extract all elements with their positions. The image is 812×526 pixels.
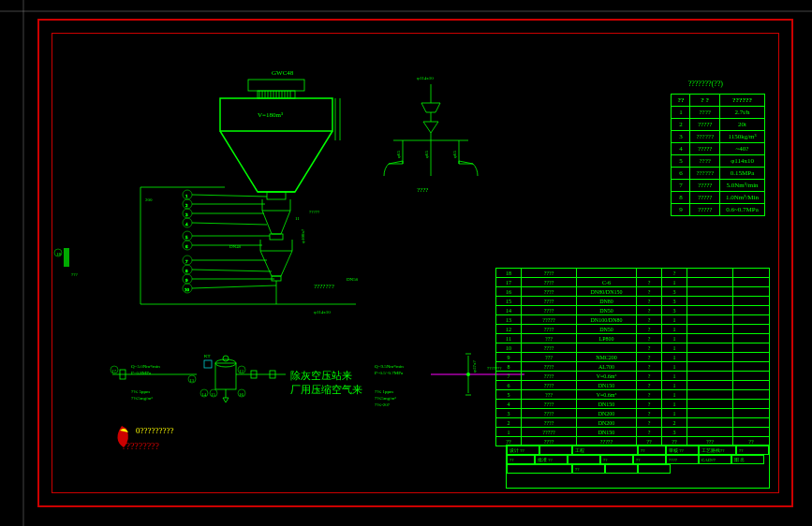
bom-row: 13?????DN100/DN80?1 <box>496 315 770 325</box>
svg-text:φ65: φ65 <box>424 151 429 158</box>
svg-point-91 <box>223 356 229 361</box>
cn-label-1: 除灰空压站来 <box>290 370 352 381</box>
param-row: 8?????1.0Nm³/Min <box>672 192 765 204</box>
bom-row: 7????V=0.6m³?1 <box>496 372 770 381</box>
titleblock-cell: ?? <box>600 455 633 464</box>
titleblock-cell: 工程 <box>572 446 638 455</box>
cad-canvas: 18 ??? GWC48 V=180m³ <box>0 0 812 526</box>
svg-line-62 <box>192 270 272 271</box>
param-row: 7?????5.0Nm³/min <box>672 180 765 192</box>
svg-point-115 <box>466 373 470 376</box>
bom-row: 6????DN150?1 <box>496 381 770 390</box>
svg-rect-87 <box>204 360 212 368</box>
svg-text:1: 1 <box>185 194 188 198</box>
bom-row: 11???LP800?1 <box>496 334 770 343</box>
titleblock-cell <box>638 464 671 474</box>
titleblock-cell: 审核 ?? <box>666 446 699 455</box>
svg-text:11: 11 <box>295 216 300 221</box>
bom-row: 12????DN50?1 <box>496 325 770 334</box>
svg-text:4: 4 <box>185 222 188 226</box>
titleblock-cell: ?? <box>507 455 535 464</box>
svg-text:?????: ????? <box>309 210 320 214</box>
titleblock-cell: ?? <box>736 446 769 455</box>
bom-row: 4????DN150?1 <box>496 400 770 409</box>
svg-text:??≤5mg/m³: ??≤5mg/m³ <box>375 396 396 401</box>
bom-row: 9???NMC200?1 <box>496 353 770 362</box>
titleblock-cell <box>539 446 572 455</box>
titleblock-cell <box>507 464 572 474</box>
svg-text:???????: ??????? <box>314 283 334 290</box>
titleblock-cell: 图 名 <box>731 455 764 464</box>
svg-text:??≤ 5ppm: ??≤ 5ppm <box>131 389 150 394</box>
svg-text:DN50: DN50 <box>347 277 359 282</box>
svg-text:KT: KT <box>204 354 211 358</box>
svg-text:18: 18 <box>56 252 62 256</box>
bom-row: 18????? <box>496 269 770 278</box>
param-header: ?????? <box>720 95 765 107</box>
param-row: 1????2.7t/h <box>672 107 765 119</box>
watermark-line1: 0????????? <box>136 426 173 435</box>
svg-text:15: 15 <box>211 392 216 397</box>
svg-text:P=0.8MPa: P=0.8MPa <box>131 371 152 375</box>
svg-text:8: 8 <box>185 269 188 273</box>
svg-text:6: 6 <box>185 244 188 249</box>
title-block: 设计 ??工程??审核 ??工艺路线??????批准 ??????????CAD… <box>506 445 770 489</box>
svg-text:??≤ 1ppm: ??≤ 1ppm <box>375 389 393 394</box>
titleblock-cell: 设计 ?? <box>507 446 539 455</box>
param-row: 6??????0.15MPa <box>672 168 765 180</box>
svg-text:???: ??? <box>71 272 78 277</box>
titleblock-cell: ?? <box>572 464 605 474</box>
titleblock-cell: ???? <box>666 455 699 464</box>
svg-text:??≤5mg/m³: ??≤5mg/m³ <box>131 396 153 401</box>
svg-text:12: 12 <box>239 369 244 373</box>
svg-text:Q=5.0Nm³/min: Q=5.0Nm³/min <box>131 364 160 369</box>
param-header: ? ? <box>690 95 720 107</box>
svg-text:2: 2 <box>185 203 188 208</box>
param-header: ?? <box>672 95 690 107</box>
svg-text:7: 7 <box>185 259 188 264</box>
svg-text:φ57x?: φ57x? <box>472 360 477 373</box>
bom-row: 10?????1 <box>496 343 770 353</box>
cn-label-2: 厂用压缩空气来 <box>290 384 362 395</box>
bom-row: 1?????DN150?3 <box>496 428 770 437</box>
svg-text:φ114x10: φ114x10 <box>417 76 434 80</box>
param-row: 9?????0.6~0.7MPa <box>672 204 765 216</box>
bom-row: 14????DN50?3 <box>496 306 770 315</box>
bom-row: 2????DN200?2 <box>496 418 770 428</box>
svg-text:φ108x?: φ108x? <box>301 228 305 243</box>
svg-line-64 <box>192 285 276 288</box>
silo-model: GWC48 <box>272 69 294 77</box>
svg-rect-26 <box>272 276 281 281</box>
svg-text:9: 9 <box>185 278 188 283</box>
titleblock-cell: ?? <box>638 446 666 455</box>
svg-rect-2 <box>64 248 69 267</box>
svg-text:3: 3 <box>185 212 188 217</box>
svg-rect-25 <box>270 234 283 240</box>
svg-text:??≤-20?: ??≤-20? <box>375 402 391 407</box>
svg-rect-24 <box>267 192 286 199</box>
bom-row: 15????DN80?3 <box>496 297 770 306</box>
titleblock-cell: 工艺路线?? <box>699 446 736 455</box>
svg-text:DN40: DN40 <box>229 244 242 249</box>
parameter-table: ??? ??????? 1????2.7t/h2?????20t3??????1… <box>671 94 765 216</box>
svg-text:13: 13 <box>189 378 195 383</box>
svg-text:10: 10 <box>185 287 190 292</box>
svg-text:φ114x10: φ114x10 <box>314 310 331 314</box>
svg-text:φ65: φ65 <box>452 151 457 158</box>
svg-text:17: 17 <box>111 369 117 373</box>
titleblock-cell <box>605 464 638 474</box>
titleblock-cell: CAD?? <box>699 455 731 464</box>
watermark-line2: ????????? <box>122 441 160 451</box>
svg-text:φ65: φ65 <box>396 151 401 158</box>
bom-table: 18?????17????C-6?116????DN80/DN150?315??… <box>495 268 770 446</box>
bom-row: 5???V=0.6m³?1 <box>496 390 770 400</box>
silo-volume: V=180m³ <box>258 111 283 119</box>
svg-line-58 <box>192 223 267 225</box>
svg-text:14: 14 <box>201 392 207 397</box>
svg-line-55 <box>192 195 267 197</box>
svg-text:Q=9.5Nm³/min: Q=9.5Nm³/min <box>375 364 404 369</box>
bom-row: 8????AL700?1 <box>496 362 770 372</box>
titleblock-cell: ?? <box>633 455 666 464</box>
svg-text:5: 5 <box>185 235 188 240</box>
svg-text:200: 200 <box>145 197 153 202</box>
